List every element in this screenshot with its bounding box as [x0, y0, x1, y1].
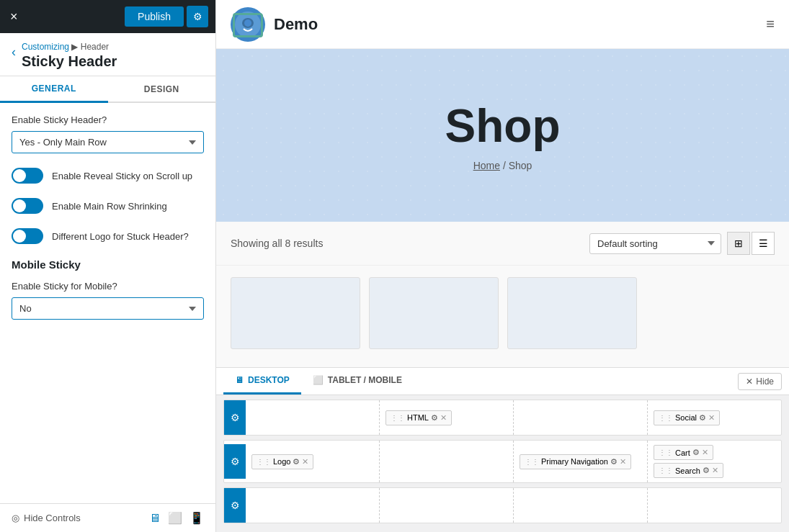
- search-gear-icon[interactable]: ⚙: [703, 466, 710, 475]
- mobile-sticky-control: Enable Sticky for Mobile? No Yes: [12, 281, 204, 320]
- row-3-cell-3: [514, 488, 648, 523]
- row-3-cell-2: [380, 488, 514, 523]
- sort-area: Default sorting Sort by popularity Sort …: [589, 232, 775, 255]
- list-view-button[interactable]: ☰: [752, 232, 775, 255]
- hide-button[interactable]: ✕ Hide: [738, 373, 782, 390]
- html-close-icon[interactable]: ✕: [440, 413, 447, 423]
- right-panel: Demo ≡ Shop Home / Shop Showing all 8 re…: [216, 0, 789, 532]
- gear-icon: [193, 11, 202, 22]
- main-row-shrink-row: Enable Main Row Shrinking: [12, 198, 204, 214]
- primary-nav-close-icon[interactable]: ✕: [620, 457, 626, 466]
- publish-settings-button[interactable]: [187, 6, 208, 27]
- logo-item[interactable]: ⋮⋮ Logo ⚙ ✕: [251, 454, 313, 469]
- row-handle-2[interactable]: ⚙: [224, 444, 246, 479]
- sort-select[interactable]: Default sorting Sort by popularity Sort …: [589, 233, 721, 254]
- reveal-sticky-row: Enable Reveal Sticky on Scroll up: [12, 168, 204, 184]
- mobile-sticky-select[interactable]: No Yes: [12, 297, 204, 320]
- left-panel: × Publish ‹ Customizing ▶ Header Sticky …: [0, 0, 216, 532]
- hero-breadcrumb-home[interactable]: Home: [473, 160, 500, 171]
- device-icons: 🖥 ⬜ 📱: [149, 511, 204, 525]
- row-1-cell-3: [514, 400, 648, 435]
- search-label: Search: [675, 466, 700, 475]
- hero-breadcrumb-current: Shop: [509, 160, 532, 171]
- publish-button[interactable]: Publish: [125, 6, 184, 27]
- primary-nav-gear-icon[interactable]: ⚙: [610, 457, 618, 466]
- cart-item[interactable]: ⋮⋮ Cart ⚙ ✕: [654, 445, 713, 460]
- logo-svg: [233, 10, 262, 39]
- preview-header: Demo ≡: [216, 0, 789, 49]
- row-1-cell-2: ⋮⋮ HTML ⚙ ✕: [380, 400, 514, 435]
- row-2-cell-1: ⋮⋮ Logo ⚙ ✕: [246, 441, 380, 482]
- social-gear-icon[interactable]: ⚙: [699, 413, 706, 423]
- html-item[interactable]: ⋮⋮ HTML ⚙ ✕: [385, 410, 452, 425]
- tab-general[interactable]: GENERAL: [0, 76, 108, 103]
- primary-nav-item[interactable]: ⋮⋮ Primary Navigation ⚙ ✕: [520, 454, 631, 469]
- row-3-cell-4: [648, 488, 781, 523]
- back-button[interactable]: ‹: [12, 45, 16, 60]
- results-text: Showing all 8 results: [231, 238, 323, 249]
- cart-label: Cart: [675, 448, 690, 457]
- logo-gear-icon[interactable]: ⚙: [293, 457, 300, 466]
- sticky-header-label: Enable Sticky Header?: [12, 114, 204, 125]
- breadcrumb-root[interactable]: Customizing: [22, 42, 69, 52]
- desktop-icon: 🖥: [235, 375, 244, 385]
- panel-title: Sticky Header: [12, 53, 204, 70]
- search-item[interactable]: ⋮⋮ Search ⚙ ✕: [654, 463, 723, 478]
- product-card: [231, 277, 360, 349]
- shop-bar: Showing all 8 results Default sorting So…: [216, 222, 789, 266]
- hide-circle-icon: ◎: [12, 513, 19, 523]
- product-row: [216, 266, 789, 349]
- product-card: [507, 277, 637, 349]
- hide-controls-button[interactable]: ◎ Hide Controls: [12, 513, 81, 523]
- cart-close-icon[interactable]: ✕: [702, 448, 708, 457]
- tab-design[interactable]: DESIGN: [108, 76, 216, 102]
- main-row-shrink-toggle[interactable]: [12, 198, 43, 214]
- tab-tablet-mobile[interactable]: ⬜ TABLET / MOBILE: [301, 368, 414, 395]
- row-handle-1[interactable]: ⚙: [224, 400, 246, 435]
- svg-point-2: [244, 19, 251, 27]
- diff-logo-row: Different Logo for Stuck Header?: [12, 228, 204, 244]
- drag-icon: ⋮⋮: [659, 466, 673, 474]
- tabs: GENERAL DESIGN: [0, 76, 215, 103]
- hide-controls-label: Hide Controls: [24, 513, 81, 523]
- hero-title: Shop: [445, 99, 561, 153]
- row-2-cell-3: ⋮⋮ Primary Navigation ⚙ ✕: [514, 441, 648, 482]
- tablet-device-button[interactable]: ⬜: [168, 511, 182, 525]
- diff-logo-label: Different Logo for Stuck Header?: [52, 231, 189, 242]
- search-close-icon[interactable]: ✕: [712, 466, 718, 475]
- close-button[interactable]: ×: [7, 6, 21, 27]
- drag-icon: ⋮⋮: [257, 458, 271, 466]
- logo-icon: [231, 7, 265, 42]
- main-row-shrink-label: Enable Main Row Shrinking: [52, 201, 167, 212]
- social-close-icon[interactable]: ✕: [708, 413, 715, 423]
- hamburger-icon[interactable]: ≡: [766, 16, 775, 32]
- mobile-device-button[interactable]: 📱: [190, 511, 204, 525]
- builder-tabs: 🖥 DESKTOP ⬜ TABLET / MOBILE ✕ Hide: [216, 368, 789, 395]
- sticky-header-select[interactable]: No Yes - Only Main Row Yes - All Rows Ye…: [12, 131, 204, 153]
- social-item[interactable]: ⋮⋮ Social ⚙ ✕: [654, 410, 720, 425]
- svg-point-0: [235, 12, 261, 37]
- mobile-sticky-section-title: Mobile Sticky: [12, 258, 204, 271]
- breadcrumb-sep: ▶: [71, 42, 80, 52]
- product-card: [369, 277, 499, 349]
- settings-icon-3: ⚙: [231, 500, 240, 511]
- drag-icon: ⋮⋮: [659, 414, 673, 422]
- cart-gear-icon[interactable]: ⚙: [692, 448, 700, 457]
- tab-desktop[interactable]: 🖥 DESKTOP: [223, 368, 301, 395]
- html-gear-icon[interactable]: ⚙: [431, 413, 438, 423]
- html-label: HTML: [407, 413, 429, 422]
- bottom-bar: ◎ Hide Controls 🖥 ⬜ 📱: [0, 503, 215, 532]
- row-1-cell-4: ⋮⋮ Social ⚙ ✕: [648, 400, 781, 435]
- x-icon: ✕: [746, 377, 753, 387]
- row-3-cells: [246, 488, 781, 523]
- panel-header: ‹ Customizing ▶ Header Sticky Header: [0, 33, 215, 76]
- logo-close-icon[interactable]: ✕: [302, 457, 308, 466]
- row-handle-3[interactable]: ⚙: [224, 488, 246, 523]
- reveal-sticky-toggle[interactable]: [12, 168, 43, 184]
- desktop-device-button[interactable]: 🖥: [149, 511, 161, 525]
- row-2-cell-4: ⋮⋮ Cart ⚙ ✕ ⋮⋮ Search ⚙ ✕: [648, 441, 781, 482]
- panel-content: Enable Sticky Header? No Yes - Only Main…: [0, 103, 215, 503]
- logo-label: Logo: [273, 457, 290, 466]
- grid-view-button[interactable]: ⊞: [727, 232, 750, 255]
- diff-logo-toggle[interactable]: [12, 228, 43, 244]
